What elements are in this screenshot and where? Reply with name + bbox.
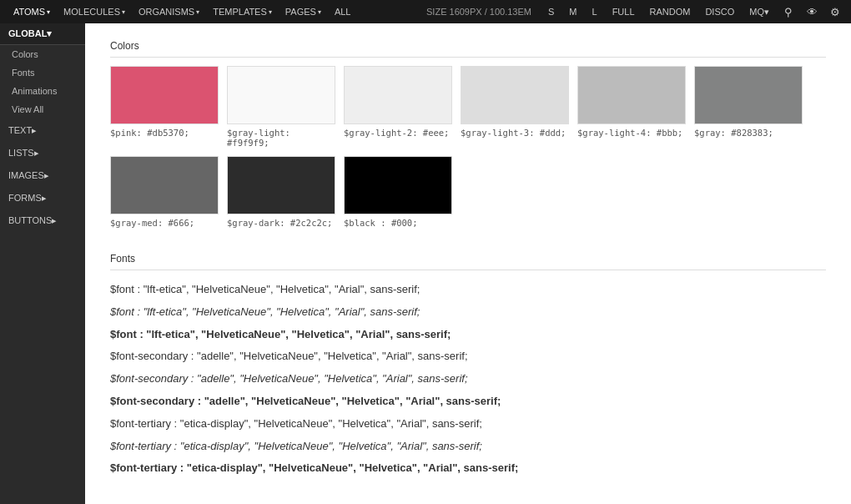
color-swatch [227,66,335,124]
sidebar-forms-label: FORMS▸ [8,193,47,204]
font-entry: $font-tertiary : "etica-display", "Helve… [110,436,826,458]
color-label: $gray-med: #666; [110,218,219,228]
size-info: SIZE 1609PX / 100.13EM [426,7,531,17]
global-header-label: GLOBAL▾ [8,28,52,39]
nav-pages[interactable]: PAGES▾ [279,0,328,23]
sidebar-lists-label: LISTS▸ [8,148,39,159]
color-label: $gray: #828383; [694,128,803,138]
color-swatch [694,66,803,124]
nav-atoms[interactable]: ATOMS▾ [7,0,57,23]
color-swatch [577,66,686,124]
size-full-button[interactable]: FULL [607,3,640,20]
sidebar-animations-label: Animations [12,86,57,96]
sidebar-colors-label: Colors [12,49,38,59]
sidebar-item-animations[interactable]: Animations [0,82,85,100]
size-s-button[interactable]: S [543,3,559,20]
color-swatch [110,156,219,214]
color-label: $gray-light-2: #eee; [344,128,452,138]
sidebar-group-buttons[interactable]: BUTTONS▸ [0,210,85,231]
top-nav-left: ATOMS▾ MOLECULES▾ ORGANISMS▾ TEMPLATES▾ … [7,0,357,23]
nav-templates-arrow: ▾ [269,8,272,16]
settings-icon[interactable]: ⚙ [826,3,844,21]
fonts-section: $font : "lft-etica", "HelveticaNeue", "H… [110,279,826,480]
mq-button[interactable]: MQ▾ [744,3,774,20]
font-entry: $font-tertiary : "etica-display", "Helve… [110,457,826,480]
font-entry: $font : "lft-etica", "HelveticaNeue", "H… [110,279,826,301]
color-card: $gray-dark: #2c2c2c; [227,156,335,228]
colors-section-title: Colors [110,40,826,58]
color-card: $gray-light-4: #bbb; [577,66,686,148]
colors-grid: $pink: #db5370;$gray-light: #f9f9f9;$gra… [110,66,826,228]
sidebar-images-label: IMAGES▸ [8,170,49,181]
sidebar-item-viewall[interactable]: View All [0,100,85,118]
font-entry: $font-secondary : "adelle", "HelveticaNe… [110,345,826,368]
size-m-button[interactable]: M [564,3,582,20]
sidebar-group-text[interactable]: TEXT▸ [0,120,85,141]
nav-templates-label: TEMPLATES [213,7,267,17]
nav-molecules-label: MOLECULES [63,7,120,17]
color-swatch [110,66,219,124]
nav-organisms-label: ORGANISMS [138,7,194,17]
nav-templates[interactable]: TEMPLATES▾ [206,0,279,23]
top-nav: ATOMS▾ MOLECULES▾ ORGANISMS▾ TEMPLATES▾ … [0,0,851,23]
nav-atoms-label: ATOMS [13,7,45,17]
color-swatch [344,66,452,124]
sidebar-group-lists[interactable]: LISTS▸ [0,143,85,164]
color-label: $gray-light: #f9f9f9; [227,128,335,148]
sidebar-group-forms[interactable]: FORMS▸ [0,188,85,209]
color-card: $gray: #828383; [694,66,803,148]
color-swatch [344,156,452,214]
search-icon[interactable]: ⚲ [779,3,798,21]
color-card: $gray-med: #666; [110,156,219,228]
sidebar-buttons-label: BUTTONS▸ [8,215,57,226]
color-label: $gray-dark: #2c2c2c; [227,218,335,228]
color-card: $gray-light: #f9f9f9; [227,66,335,148]
font-entry: $font-secondary : "adelle", "HelveticaNe… [110,368,826,391]
color-card: $black : #000; [344,156,452,228]
size-l-button[interactable]: L [587,3,602,20]
nav-molecules-arrow: ▾ [122,8,125,16]
color-swatch [227,156,335,214]
global-section-header[interactable]: GLOBAL▾ [0,23,85,45]
nav-atoms-arrow: ▾ [47,8,50,16]
color-swatch [461,66,569,124]
color-card: $gray-light-3: #ddd; [461,66,569,148]
disco-button[interactable]: DISCO [700,3,739,20]
font-entry: $font-tertiary : "etica-display", "Helve… [110,413,826,436]
sidebar-group-images[interactable]: IMAGES▸ [0,165,85,186]
nav-organisms[interactable]: ORGANISMS▾ [132,0,206,23]
sidebar-item-colors[interactable]: Colors [0,45,85,63]
sidebar-fonts-label: Fonts [12,68,35,78]
fonts-section-title: Fonts [110,253,826,270]
sidebar-item-fonts[interactable]: Fonts [0,63,85,82]
color-label: $pink: #db5370; [110,128,219,138]
color-card: $pink: #db5370; [110,66,219,148]
content-area: Colors $pink: #db5370;$gray-light: #f9f9… [85,23,851,504]
sidebar-text-label: TEXT▸ [8,125,37,136]
random-button[interactable]: RANDOM [645,3,696,20]
sidebar: GLOBAL▾ Colors Fonts Animations View All… [0,23,85,504]
color-card: $gray-light-2: #eee; [344,66,452,148]
nav-pages-label: PAGES [285,7,316,17]
eye-icon[interactable]: 👁 [803,3,821,21]
nav-molecules[interactable]: MOLECULES▾ [57,0,132,23]
top-nav-right: SIZE 1609PX / 100.13EM S M L FULL RANDOM… [426,3,844,21]
nav-all[interactable]: ALL [328,0,358,23]
main-layout: GLOBAL▾ Colors Fonts Animations View All… [0,23,851,504]
color-label: $black : #000; [344,218,452,228]
color-label: $gray-light-4: #bbb; [577,128,686,138]
font-entry: $font-secondary : "adelle", "HelveticaNe… [110,391,826,413]
font-entry: $font : "lft-etica", "HelveticaNeue", "H… [110,324,826,346]
color-label: $gray-light-3: #ddd; [461,128,569,138]
font-entry: $font : "lft-etica", "HelveticaNeue", "H… [110,301,826,324]
sidebar-viewall-label: View All [12,104,43,114]
nav-all-label: ALL [335,7,351,17]
nav-pages-arrow: ▾ [318,8,321,16]
nav-organisms-arrow: ▾ [196,8,199,16]
